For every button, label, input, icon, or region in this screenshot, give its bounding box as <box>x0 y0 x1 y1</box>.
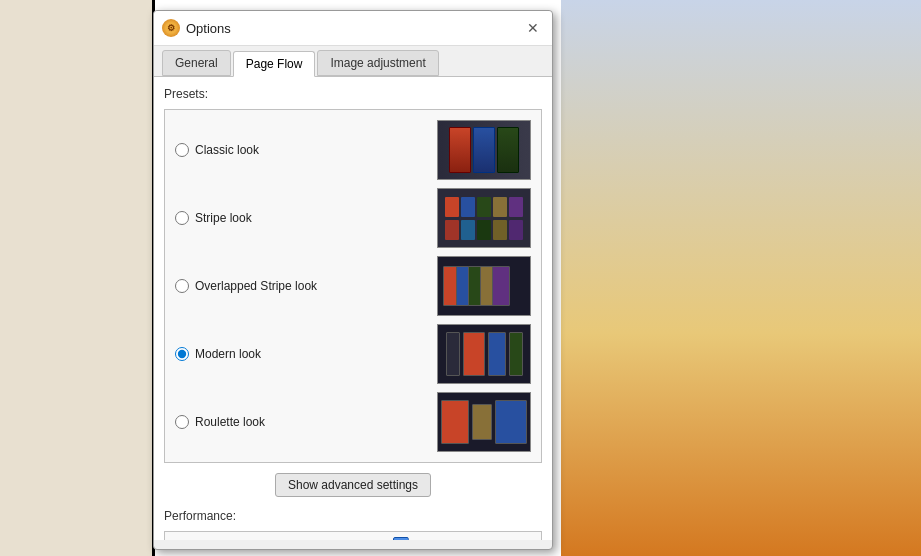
overlapped-look-thumbnail <box>437 256 531 316</box>
stripe-item-2 <box>461 197 475 217</box>
modern-look-thumbnail <box>437 324 531 384</box>
overlapped-look-radio[interactable] <box>175 279 189 293</box>
stripe-item-7 <box>461 220 475 240</box>
classic-look-text: Classic look <box>195 143 259 157</box>
classic-thumb-visual <box>438 121 530 179</box>
presets-container: Classic look Stripe look <box>164 109 542 463</box>
preset-row-overlapped: Overlapped Stripe look <box>175 256 531 316</box>
dialog-content: Presets: Classic look <box>154 77 552 540</box>
tab-page-flow[interactable]: Page Flow <box>233 51 316 77</box>
stripe-row-1 <box>445 197 523 217</box>
stripe-item-1 <box>445 197 459 217</box>
modern-book-1 <box>446 332 460 376</box>
roulette-book-3 <box>495 400 527 444</box>
options-dialog: ⚙ Options ✕ General Page Flow Image adju… <box>153 10 553 550</box>
overlapped-look-label[interactable]: Overlapped Stripe look <box>175 279 335 293</box>
preset-row-modern: Modern look <box>175 324 531 384</box>
stripe-look-label[interactable]: Stripe look <box>175 211 335 225</box>
preset-row-stripe: Stripe look <box>175 188 531 248</box>
stripe-item-5 <box>509 197 523 217</box>
modern-look-text: Modern look <box>195 347 261 361</box>
overlap-book-5 <box>492 266 510 306</box>
tab-image-adjustment[interactable]: Image adjustment <box>317 50 438 76</box>
title-left: ⚙ Options <box>162 19 231 37</box>
roulette-look-radio[interactable] <box>175 415 189 429</box>
roulette-thumb-visual <box>438 393 530 451</box>
modern-thumb-visual <box>438 325 530 383</box>
performance-slider-thumb[interactable] <box>393 537 409 540</box>
dialog-titlebar: ⚙ Options ✕ <box>154 11 552 46</box>
tab-bar: General Page Flow Image adjustment <box>154 46 552 77</box>
overlap-thumb-visual <box>438 257 530 315</box>
roulette-look-label[interactable]: Roulette look <box>175 415 335 429</box>
roulette-look-text: Roulette look <box>195 415 265 429</box>
thumb-book-1 <box>449 127 471 173</box>
tab-general[interactable]: General <box>162 50 231 76</box>
dialog-title: Options <box>186 21 231 36</box>
modern-book-3 <box>488 332 506 376</box>
roulette-book-1 <box>441 400 469 444</box>
classic-look-label[interactable]: Classic look <box>175 143 335 157</box>
stripe-look-thumbnail <box>437 188 531 248</box>
thumb-book-2 <box>473 127 495 173</box>
performance-section: Low Performance High Performance <box>164 531 542 540</box>
performance-label: Performance: <box>164 509 542 523</box>
modern-look-radio[interactable] <box>175 347 189 361</box>
overlapped-look-text: Overlapped Stripe look <box>195 279 317 293</box>
modern-book-4 <box>509 332 523 376</box>
stripe-thumb-visual <box>438 189 530 247</box>
stripe-item-6 <box>445 220 459 240</box>
classic-look-radio[interactable] <box>175 143 189 157</box>
show-advanced-settings-button[interactable]: Show advanced settings <box>275 473 431 497</box>
dialog-app-icon: ⚙ <box>162 19 180 37</box>
stripe-item-4 <box>493 197 507 217</box>
stripe-look-radio[interactable] <box>175 211 189 225</box>
stripe-item-3 <box>477 197 491 217</box>
classic-look-thumbnail <box>437 120 531 180</box>
stripe-row-2 <box>445 220 523 240</box>
comic-panel-right <box>561 0 921 556</box>
modern-look-label[interactable]: Modern look <box>175 347 335 361</box>
close-button[interactable]: ✕ <box>522 17 544 39</box>
roulette-look-thumbnail <box>437 392 531 452</box>
stripe-item-8 <box>477 220 491 240</box>
preset-row-classic: Classic look <box>175 120 531 180</box>
modern-book-2 <box>463 332 485 376</box>
stripe-look-text: Stripe look <box>195 211 252 225</box>
stripe-item-9 <box>493 220 507 240</box>
roulette-book-2 <box>472 404 492 440</box>
presets-label: Presets: <box>164 87 542 101</box>
thumb-book-3 <box>497 127 519 173</box>
preset-row-roulette: Roulette look <box>175 392 531 452</box>
stripe-item-10 <box>509 220 523 240</box>
comic-panel-left <box>0 0 155 556</box>
